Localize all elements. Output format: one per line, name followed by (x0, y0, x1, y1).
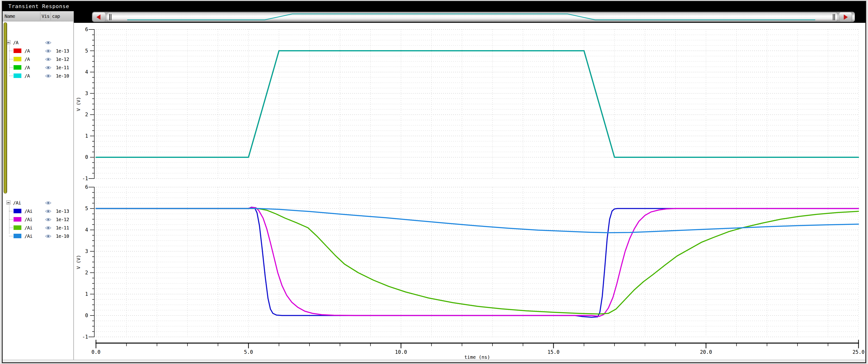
waveform-plot-area[interactable]: 6543210-1V (V)6543210-1V (V)0.05.010.015… (74, 23, 865, 360)
column-separator (40, 12, 40, 20)
x-tick-label: 5.0 (244, 349, 253, 355)
collapse-minus-icon[interactable] (6, 200, 10, 204)
y-tick-label: 0 (85, 313, 88, 318)
signal-label[interactable]: /Ai (25, 225, 32, 231)
signal-row[interactable]: /Ai1e-10 (3, 233, 73, 240)
group-label[interactable]: /A (13, 40, 18, 46)
cap-value: 1e-11 (56, 65, 69, 71)
eye-icon[interactable] (45, 209, 52, 213)
signal-row[interactable]: /Ai1e-13 (3, 208, 73, 215)
cap-value: 1e-10 (56, 233, 69, 239)
cap-value: 1e-12 (56, 217, 69, 222)
horizontal-scrollbar-thumb[interactable] (107, 12, 838, 22)
signal-table-header: Name Vis cap (3, 11, 73, 21)
scroll-left-button[interactable] (92, 12, 106, 22)
signal-tree: /A/A1e-13/A1e-12/A1e-11/A1e-10/Ai/Ai1e-1… (3, 21, 73, 359)
scroll-right-arrow-icon (844, 15, 848, 20)
signal-label[interactable]: /A (25, 48, 30, 54)
signal-row[interactable]: /Ai1e-11 (3, 225, 73, 231)
eye-icon[interactable] (45, 57, 52, 61)
x-tick-label: 10.0 (395, 349, 407, 355)
panel-vertical-scrollbar-thumb[interactable] (4, 22, 7, 194)
y-tick-label: 0 (85, 154, 88, 160)
eye-icon[interactable] (45, 40, 52, 44)
trace-color-swatch[interactable] (13, 217, 21, 222)
cap-value: 1e-13 (56, 208, 69, 214)
trace-color-swatch[interactable] (13, 57, 21, 61)
y-axis-title: V (V) (75, 255, 81, 269)
eye-icon[interactable] (45, 225, 52, 229)
trace-color-swatch[interactable] (13, 225, 21, 230)
y-tick-label: 1 (85, 291, 88, 297)
eye-icon[interactable] (45, 74, 52, 78)
signal-label[interactable]: /Ai (25, 233, 32, 239)
y-tick-label: 4 (85, 69, 88, 75)
x-tick-label: 15.0 (548, 349, 560, 355)
signal-panel: Name Vis cap /A/A1e-13/A1e-12/A1e-11/A1e… (3, 11, 74, 360)
overview-strip (74, 11, 865, 23)
overview-waveform-thumbnail (107, 12, 838, 22)
eye-icon[interactable] (45, 49, 52, 53)
trace-color-swatch[interactable] (13, 74, 21, 78)
eye-icon[interactable] (45, 65, 52, 69)
signal-label[interactable]: /A (25, 65, 30, 71)
group-label[interactable]: /Ai (13, 200, 21, 206)
signal-row[interactable]: /Ai1e-12 (3, 216, 73, 223)
y-tick-label: 6 (85, 184, 88, 190)
x-tick-label: 25.0 (852, 349, 865, 355)
y-tick-label: 3 (85, 248, 88, 254)
y-tick-label: 2 (85, 112, 88, 117)
waveform-window: Transient Response Name Vis cap /A/A1e-1… (2, 1, 866, 363)
cap-value: 1e-13 (56, 48, 69, 54)
trace-color-swatch[interactable] (13, 209, 21, 213)
eye-icon[interactable] (45, 200, 52, 204)
cap-value: 1e-10 (56, 73, 69, 79)
x-tick-label: 20.0 (700, 349, 712, 355)
tree-group-row-a[interactable]: /A (3, 39, 73, 46)
trace-color-swatch[interactable] (13, 65, 21, 69)
y-tick-label: 1 (85, 133, 88, 139)
tree-group-row-ai[interactable]: /Ai (3, 200, 73, 206)
bottom-status-band (3, 360, 865, 363)
column-header-name[interactable]: Name (4, 13, 15, 19)
trace-color-swatch[interactable] (13, 234, 21, 238)
signal-row[interactable]: /A1e-10 (3, 73, 73, 79)
scroll-right-button[interactable] (839, 12, 852, 22)
scroll-left-arrow-icon (96, 15, 100, 20)
y-tick-label: 5 (85, 206, 88, 212)
signal-row[interactable]: /A1e-12 (3, 56, 73, 63)
column-header-cap[interactable]: cap (52, 13, 60, 19)
y-tick-label: 4 (85, 227, 88, 233)
y-tick-label: 6 (85, 27, 88, 32)
y-axis-title: V (V) (75, 97, 81, 111)
signal-label[interactable]: /Ai (25, 208, 32, 214)
x-axis-title: time (ns) (464, 354, 490, 360)
window-titlebar[interactable]: Transient Response (3, 2, 865, 11)
trace-color-swatch[interactable] (13, 49, 21, 53)
eye-icon[interactable] (45, 217, 52, 221)
eye-icon[interactable] (45, 234, 52, 238)
y-tick-label: -1 (82, 176, 88, 181)
y-tick-label: -1 (82, 334, 88, 340)
cap-value: 1e-12 (56, 56, 69, 62)
y-tick-label: 5 (85, 48, 88, 54)
trace-ai-1e-10[interactable] (96, 208, 859, 233)
y-tick-label: 3 (85, 91, 88, 96)
signal-row[interactable]: /A1e-13 (3, 48, 73, 54)
y-tick-label: 2 (85, 270, 88, 276)
window-title: Transient Response (8, 3, 69, 9)
signal-row[interactable]: /A1e-11 (3, 64, 73, 71)
signal-label[interactable]: /A (25, 56, 30, 62)
column-header-vis[interactable]: Vis (41, 13, 50, 19)
signal-label[interactable]: /Ai (25, 217, 32, 222)
x-tick-label: 0.0 (91, 349, 100, 355)
signal-label[interactable]: /A (25, 73, 30, 79)
column-separator (51, 12, 51, 20)
cap-value: 1e-11 (56, 225, 69, 231)
